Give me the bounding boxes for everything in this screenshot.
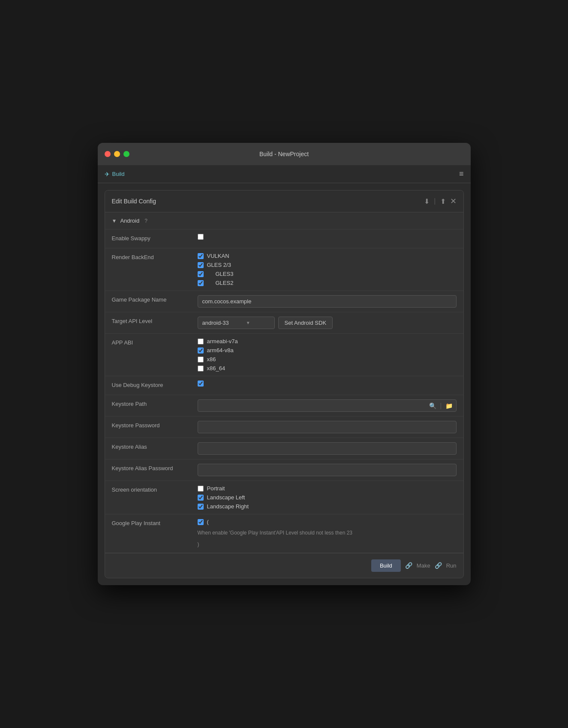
- armeabi-v7a-row: armeabi-v7a: [198, 338, 457, 344]
- run-button[interactable]: Run: [446, 562, 457, 569]
- gles23-checkbox[interactable]: [198, 262, 204, 268]
- enable-swappy-checkbox[interactable]: [198, 234, 204, 240]
- maximize-button[interactable]: [123, 151, 129, 157]
- target-api-level-row: Target API Level android-33 ▼ Set Androi…: [105, 312, 463, 334]
- portrait-label: Portrait: [207, 485, 225, 492]
- landscape-right-checkbox[interactable]: [198, 504, 204, 510]
- dialog-body: ▼ Android ? Enable Swappy Render BackEnd: [105, 212, 463, 553]
- traffic-lights: [105, 151, 129, 157]
- keystore-path-control: 🔍 | 📁: [198, 399, 457, 412]
- run-link-container: 🔗: [435, 562, 442, 569]
- x86-64-row: x86_64: [198, 365, 457, 372]
- use-debug-keystore-checkbox[interactable]: [198, 381, 204, 387]
- enable-swappy-control: [198, 234, 457, 240]
- gles2-label: GLES2: [216, 280, 234, 286]
- render-backend-control: VULKAN GLES 2/3 GLES3 GLES2: [198, 253, 457, 286]
- gles2-row: GLES2: [198, 280, 457, 286]
- keystore-password-input[interactable]: [198, 421, 457, 433]
- android-section-title: Android: [120, 217, 139, 224]
- x86-64-label: x86_64: [207, 365, 225, 372]
- build-tab-icon: ✈: [105, 171, 110, 178]
- gles23-row: GLES 2/3: [198, 262, 457, 268]
- run-link-icon: 🔗: [435, 562, 442, 569]
- game-package-name-input[interactable]: [198, 295, 457, 308]
- screen-orientation-label: Screen orientation: [112, 485, 198, 493]
- keystore-folder-icon[interactable]: 📁: [442, 402, 456, 409]
- arm64-v8a-label: arm64-v8a: [207, 347, 234, 353]
- screen-orientation-control: Portrait Landscape Left Landscape Right: [198, 485, 457, 510]
- build-button[interactable]: Build: [371, 559, 401, 572]
- armeabi-v7a-checkbox[interactable]: [198, 338, 204, 344]
- dialog-icons: ⬇ | ⬆: [424, 197, 445, 205]
- icon-separator: |: [434, 197, 436, 205]
- screen-orientation-row: Screen orientation Portrait Landscape Le…: [105, 481, 463, 514]
- enable-swappy-label: Enable Swappy: [112, 234, 198, 242]
- dialog-footer: Build 🔗 Make 🔗 Run: [105, 553, 463, 578]
- game-package-name-label: Game Package Name: [112, 295, 198, 303]
- target-api-dropdown[interactable]: android-33 ▼: [198, 317, 275, 329]
- render-backend-label: Render BackEnd: [112, 253, 198, 260]
- set-android-sdk-button[interactable]: Set Android SDK: [278, 317, 333, 329]
- gles3-label: GLES3: [216, 271, 234, 277]
- keystore-alias-password-control: [198, 464, 457, 476]
- keystore-path-label: Keystore Path: [112, 399, 198, 407]
- landscape-right-label: Landscape Right: [207, 503, 249, 510]
- target-api-selected: android-33: [202, 320, 229, 326]
- landscape-left-row: Landscape Left: [198, 494, 457, 501]
- android-chevron-icon[interactable]: ▼: [112, 218, 117, 224]
- android-help-icon[interactable]: ?: [144, 218, 147, 224]
- game-package-name-control: [198, 295, 457, 308]
- build-tab[interactable]: ✈ Build: [105, 171, 125, 178]
- keystore-alias-password-label: Keystore Alias Password: [112, 464, 198, 471]
- keystore-password-control: [198, 421, 457, 433]
- android-section-header: ▼ Android ?: [105, 212, 463, 230]
- x86-64-checkbox[interactable]: [198, 366, 204, 372]
- app-abi-label: APP ABI: [112, 338, 198, 346]
- window-title: Build - NewProject: [105, 151, 464, 157]
- dropdown-arrow-icon: ▼: [246, 320, 250, 325]
- gles3-checkbox[interactable]: [198, 271, 204, 277]
- app-abi-control: armeabi-v7a arm64-v8a x86 x86_64: [198, 338, 457, 372]
- import-icon[interactable]: ⬇: [424, 197, 430, 205]
- arm64-v8a-checkbox[interactable]: [198, 347, 204, 353]
- landscape-right-row: Landscape Right: [198, 503, 457, 510]
- keystore-password-row: Keystore Password: [105, 417, 463, 438]
- toolbar: ✈ Build ≡: [98, 165, 471, 183]
- keystore-path-row: Keystore Path 🔍 | 📁: [105, 395, 463, 417]
- dialog-title: Edit Build Config: [112, 198, 424, 205]
- gles2-checkbox[interactable]: [198, 280, 204, 286]
- keystore-alias-input[interactable]: [198, 442, 457, 455]
- dialog: Edit Build Config ⬇ | ⬆ ✕ ▼ Android ?: [105, 190, 464, 578]
- google-play-instant-note-before: (: [207, 519, 209, 525]
- app-abi-row: APP ABI armeabi-v7a arm64-v8a x86: [105, 334, 463, 376]
- make-button[interactable]: Make: [417, 562, 430, 569]
- portrait-row: Portrait: [198, 485, 457, 492]
- portrait-checkbox[interactable]: [198, 486, 204, 492]
- use-debug-keystore-checkbox-row: [198, 381, 457, 387]
- game-package-name-row: Game Package Name: [105, 291, 463, 312]
- vulkan-row: VULKAN: [198, 253, 457, 259]
- keystore-search-icon[interactable]: 🔍: [426, 402, 440, 409]
- render-backend-row: Render BackEnd VULKAN GLES 2/3 GLES3: [105, 248, 463, 291]
- keystore-alias-password-row: Keystore Alias Password: [105, 459, 463, 481]
- x86-checkbox[interactable]: [198, 356, 204, 362]
- keystore-path-input[interactable]: [198, 400, 426, 411]
- gles3-row: GLES3: [198, 271, 457, 277]
- dialog-close-button[interactable]: ✕: [450, 196, 457, 206]
- landscape-left-checkbox[interactable]: [198, 495, 204, 501]
- keystore-alias-password-input[interactable]: [198, 464, 457, 476]
- keystore-alias-row: Keystore Alias: [105, 438, 463, 459]
- google-play-instant-label: Google Play Instant: [112, 519, 198, 526]
- vulkan-checkbox[interactable]: [198, 253, 204, 259]
- hamburger-menu[interactable]: ≡: [459, 169, 464, 178]
- build-tab-label: Build: [112, 171, 125, 177]
- google-play-instant-checkbox[interactable]: [198, 519, 204, 525]
- close-button[interactable]: [105, 151, 111, 157]
- minimize-button[interactable]: [114, 151, 120, 157]
- main-content: Edit Build Config ⬇ | ⬆ ✕ ▼ Android ?: [98, 190, 471, 578]
- export-icon[interactable]: ⬆: [440, 197, 446, 205]
- google-play-instant-note-after: ): [198, 539, 457, 548]
- armeabi-v7a-label: armeabi-v7a: [207, 338, 238, 344]
- keystore-alias-label: Keystore Alias: [112, 442, 198, 450]
- make-link-icon: 🔗: [405, 562, 412, 569]
